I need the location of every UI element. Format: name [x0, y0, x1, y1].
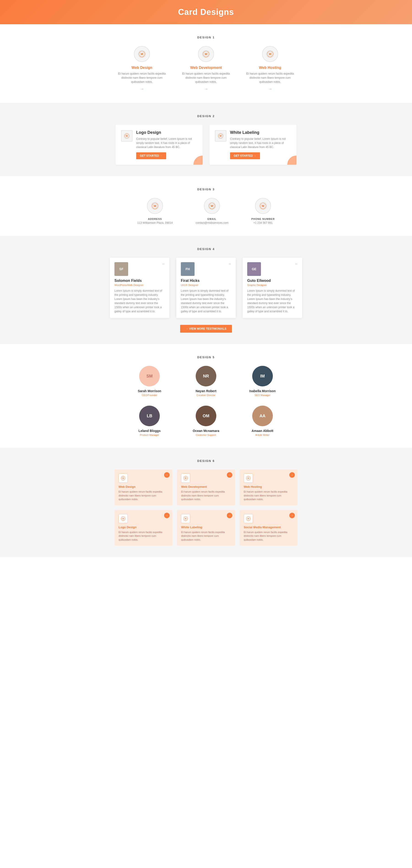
design6-card3-arrow[interactable]: →	[289, 472, 295, 478]
design6-icon-3: M	[244, 473, 253, 483]
design1-card3-title: Web Hosting	[245, 66, 295, 70]
design6-card5-arrow[interactable]: →	[227, 513, 232, 518]
design4-card-2: FH " Firat Hicks UI/UX Designer Lorem Ip…	[176, 258, 236, 318]
svg-text:M: M	[247, 518, 249, 520]
design2-card2-button[interactable]: GET STARTED →	[230, 152, 260, 159]
design6-card6-desc: Et harum quidem rerum facilis expedita d…	[244, 530, 293, 542]
design4-card3-desc: Lorem Ipsum is simply dummied text of th…	[247, 289, 298, 313]
design2-icon-2: M	[215, 130, 226, 142]
design3-card1-label: ADDRESS	[137, 218, 173, 220]
design6-icon-1: M	[119, 473, 128, 483]
design6-card4-arrow[interactable]: →	[164, 513, 170, 518]
design6-section: DESIGN 6 → M Web Design Et harum quidem …	[0, 448, 412, 557]
design6-card2-title: Web Development	[181, 485, 231, 489]
design6-label: DESIGN 6	[23, 459, 389, 463]
design3-card-1: M ADDRESS 113 Williamson Plaza, 09014	[137, 198, 173, 224]
design1-card3-arrow[interactable]: →	[245, 87, 295, 92]
design6-icon-6: M	[244, 514, 253, 523]
design2-card1-button[interactable]: GET STARTED →	[136, 152, 166, 159]
design6-card6-arrow[interactable]: →	[289, 513, 295, 518]
design3-card3-label: PHONE NUMBER	[251, 218, 275, 220]
design6-card-3: → M Web Hosting Et harum quidem rerum fa…	[240, 469, 298, 505]
design5-member-5: OM Ocean Mcnamara Customer Support	[182, 406, 230, 436]
design5-grid: SM Sarah Morrison CEO/Founder NR Nayan R…	[126, 366, 286, 436]
design5-name-6: Amaan Abbott	[239, 429, 286, 433]
svg-text:M: M	[205, 52, 207, 56]
design2-card2-desc: Contrary to popular belief, Lorem Ipsum …	[230, 137, 291, 149]
design2-cards: M Logo Design Contrary to popular belief…	[23, 125, 389, 165]
design6-card4-desc: Et harum quidem rerum facilis expedita d…	[119, 530, 168, 542]
design1-card2-arrow[interactable]: →	[181, 87, 231, 92]
design3-card-3: M PHONE NUMBER +1 234 567 891	[251, 198, 275, 224]
design5-member-2: NR Nayan Robert Creative Director	[182, 366, 230, 397]
design5-role-5: Customer Support	[182, 434, 230, 436]
design5-member-3: IM Isabella Morrison SEO Manager	[239, 366, 286, 397]
design3-section: DESIGN 3 M ADDRESS 113 Williamson Plaza,…	[0, 176, 412, 236]
design4-card1-role: WordPress/Web Designer	[114, 284, 165, 286]
design4-card2-desc: Lorem Ipsum is simply dummied text of th…	[181, 289, 231, 313]
design4-card3-role: Graphic Designer	[247, 284, 298, 286]
svg-text:M: M	[154, 204, 156, 208]
design1-label: DESIGN 1	[23, 36, 389, 39]
design1-card1-desc: Et harum quidem rerum facilis expedita d…	[117, 72, 167, 84]
design5-role-1: CEO/Founder	[126, 394, 173, 397]
svg-text:M: M	[247, 477, 249, 479]
design1-section: DESIGN 1 M Web Design Et harum quidem re…	[0, 24, 412, 103]
design4-card1-desc: Lorem Ipsum is simply dummied text of th…	[114, 289, 165, 313]
design6-card2-arrow[interactable]: →	[227, 472, 232, 478]
design2-card1-desc: Contrary to popular belief, Lorem Ipsum …	[136, 137, 197, 149]
design3-card2-label: EMAIL	[196, 218, 229, 220]
design4-card3-avatar: GE	[247, 262, 261, 276]
svg-text:M: M	[211, 204, 213, 208]
design5-label: DESIGN 5	[23, 355, 389, 359]
design5-name-4: Leland Bloggs	[126, 429, 173, 433]
design4-card3-header: GE "	[247, 262, 298, 276]
design6-card1-arrow[interactable]: →	[164, 472, 170, 478]
design1-cards: M Web Design Et harum quidem rerum facil…	[23, 46, 389, 92]
design5-name-1: Sarah Morrison	[126, 389, 173, 393]
design4-card1-quote: "	[162, 262, 165, 269]
design5-role-4: Product Manager	[126, 434, 173, 436]
design3-icon-2: M	[204, 198, 220, 214]
design4-card1-avatar: SF	[114, 262, 128, 276]
design4-card-3: GE " Guto Ellwood Graphic Designer Lorem…	[243, 258, 302, 318]
design6-grid: → M Web Design Et harum quidem rerum fac…	[114, 469, 298, 546]
svg-text:M: M	[141, 52, 143, 56]
design2-card1-title: Logo Design	[136, 130, 197, 135]
design4-card1-name: Solomon Fields	[114, 279, 165, 283]
design5-avatar-4: LB	[139, 406, 160, 426]
design6-icon-2: M	[181, 473, 190, 483]
design5-avatar-3: IM	[252, 366, 273, 386]
design1-card-3: M Web Hosting Et harum quidem rerum faci…	[245, 46, 295, 92]
design4-card2-name: Firat Hicks	[181, 279, 231, 283]
design1-card-1: M Web Design Et harum quidem rerum facil…	[117, 46, 167, 92]
design6-card5-title: White Labeling	[181, 526, 231, 529]
design5-member-1: SM Sarah Morrison CEO/Founder	[126, 366, 173, 397]
design4-card2-header: FH "	[181, 262, 231, 276]
svg-text:M: M	[185, 518, 186, 520]
design6-icon-5: M	[181, 514, 190, 523]
svg-text:M: M	[269, 52, 271, 56]
design1-card2-title: Web Development	[181, 66, 231, 70]
design2-card-1: M Logo Design Contrary to popular belief…	[116, 125, 203, 165]
design3-card3-value: +1 234 567 891	[251, 221, 275, 224]
design4-card3-quote: "	[295, 262, 298, 269]
design5-member-6: AA Amaan Abbott Article Writer	[239, 406, 286, 436]
design6-card-2: → M Web Development Et harum quidem reru…	[177, 469, 235, 505]
design5-name-3: Isabella Morrison	[239, 389, 286, 393]
design2-card2-content: White Labeling Contrary to popular belie…	[230, 130, 291, 159]
svg-text:M: M	[262, 204, 264, 208]
design5-name-5: Ocean Mcnamara	[182, 429, 230, 433]
view-more-button[interactable]: → VIEW MORE TESTIMONIALS	[180, 325, 232, 333]
design6-card-1: → M Web Design Et harum quidem rerum fac…	[114, 469, 172, 505]
design1-card-2: M Web Development Et harum quidem rerum …	[181, 46, 231, 92]
design6-card1-title: Web Design	[119, 485, 168, 489]
design3-card1-value: 113 Williamson Plaza, 09014	[137, 221, 173, 224]
design1-icon-2: M	[198, 46, 214, 62]
design6-card5-desc: Et harum quidem rerum facilis expedita d…	[181, 530, 231, 542]
design5-section: DESIGN 5 SM Sarah Morrison CEO/Founder N…	[0, 344, 412, 448]
design1-card1-arrow[interactable]: →	[117, 87, 167, 92]
design6-card2-desc: Et harum quidem rerum facilis expedita d…	[181, 490, 231, 501]
design3-icon-3: M	[255, 198, 271, 214]
design4-card-1: SF " Solomon Fields WordPress/Web Design…	[110, 258, 169, 318]
